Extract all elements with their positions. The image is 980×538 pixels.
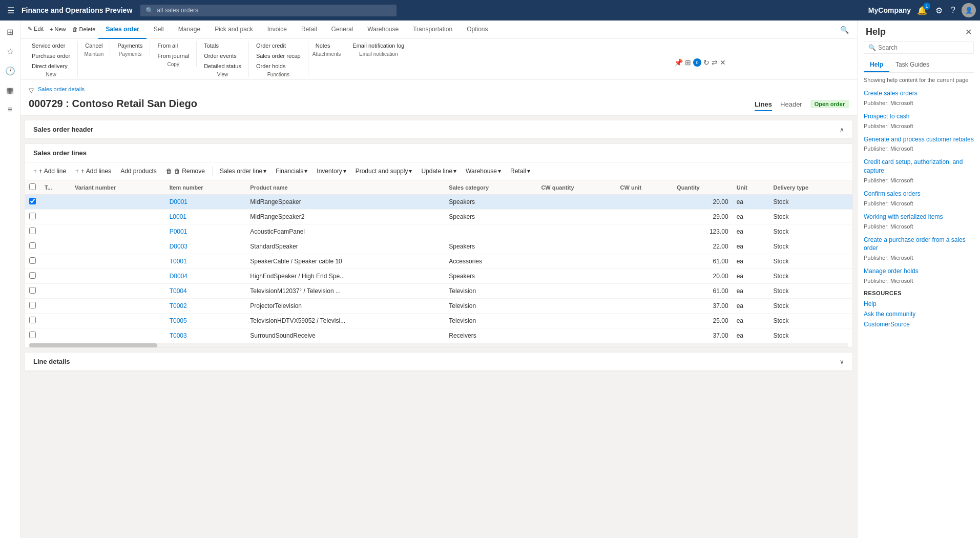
ribbon-btn-service-order[interactable]: Service order bbox=[29, 41, 73, 50]
settings-gear-icon[interactable]: ⚙ bbox=[933, 4, 945, 17]
ribbon-btn-cancel[interactable]: Cancel bbox=[82, 41, 106, 50]
ribbon-tab-delete[interactable]: 🗑 Delete bbox=[69, 20, 99, 39]
row-check-3[interactable] bbox=[25, 239, 40, 254]
ribbon-tab-sell[interactable]: Sell bbox=[147, 20, 171, 39]
remove-button[interactable]: 🗑 🗑 Remove bbox=[162, 165, 209, 177]
row-item-1[interactable]: L0001 bbox=[165, 210, 246, 224]
line-details-collapse-icon[interactable]: ∨ bbox=[840, 358, 844, 365]
row-checkbox-8[interactable] bbox=[29, 317, 36, 323]
table-row[interactable]: T0001 SpeakerCable / Speaker cable 10 Ac… bbox=[25, 254, 852, 269]
table-row[interactable]: T0005 TelevisionHDTVX59052 / Televisi...… bbox=[25, 314, 852, 328]
financials-dropdown[interactable]: Financials ▾ bbox=[272, 165, 311, 177]
row-item-8[interactable]: T0005 bbox=[165, 314, 246, 328]
row-checkbox-4[interactable] bbox=[29, 257, 36, 264]
help-article-title-7[interactable]: Manage order holds bbox=[864, 267, 919, 275]
row-check-1[interactable] bbox=[25, 210, 40, 224]
row-item-2[interactable]: P0001 bbox=[165, 224, 246, 239]
sales-order-header-toggle[interactable]: Sales order header ∧ bbox=[25, 120, 852, 139]
notification-bell-icon[interactable]: 🔔 1 bbox=[915, 4, 929, 17]
ribbon-tab-manage[interactable]: Manage bbox=[171, 20, 207, 39]
collapse-header-icon[interactable]: ∧ bbox=[840, 126, 844, 133]
add-products-button[interactable]: Add products bbox=[116, 165, 161, 177]
help-tab-help[interactable]: Help bbox=[864, 58, 889, 72]
expand-icon[interactable]: ⊞ bbox=[685, 58, 691, 67]
row-item-5[interactable]: D0004 bbox=[165, 269, 246, 284]
help-resource-0[interactable]: Help bbox=[864, 300, 974, 307]
help-resource-1[interactable]: Ask the community bbox=[864, 311, 974, 318]
ribbon-search-icon[interactable]: 🔍 bbox=[836, 24, 853, 36]
ribbon-btn-direct-delivery[interactable]: Direct delivery bbox=[29, 61, 73, 71]
ribbon-tab-warehouse[interactable]: Warehouse bbox=[360, 20, 406, 39]
table-row[interactable]: D0004 HighEndSpeaker / High End Spe... S… bbox=[25, 269, 852, 284]
help-article-title-6[interactable]: Create a purchase order from a sales ord… bbox=[864, 236, 966, 252]
product-supply-dropdown[interactable]: Product and supply ▾ bbox=[351, 165, 416, 177]
update-line-dropdown[interactable]: Update line ▾ bbox=[417, 165, 461, 177]
ribbon-tab-sales-order[interactable]: Sales order bbox=[98, 20, 146, 39]
help-article-title-1[interactable]: Prospect to cash bbox=[864, 113, 909, 120]
ribbon-tab-pick-pack[interactable]: Pick and pack bbox=[207, 20, 260, 39]
row-checkbox-7[interactable] bbox=[29, 302, 36, 308]
scroll-thumb[interactable] bbox=[29, 343, 157, 347]
row-check-0[interactable] bbox=[25, 195, 40, 210]
row-check-6[interactable] bbox=[25, 284, 40, 299]
page-tab-header[interactable]: Header bbox=[780, 100, 802, 111]
ribbon-tab-invoice[interactable]: Invoice bbox=[260, 20, 294, 39]
help-article-title-3[interactable]: Credit card setup, authorization, and ca… bbox=[864, 158, 963, 174]
retail-dropdown[interactable]: Retail ▾ bbox=[506, 165, 534, 177]
row-check-9[interactable] bbox=[25, 328, 40, 343]
help-search-box[interactable]: 🔍 bbox=[864, 42, 974, 54]
help-tab-task-guides[interactable]: Task Guides bbox=[889, 58, 935, 72]
select-all-checkbox[interactable] bbox=[29, 183, 36, 190]
table-row[interactable]: T0002 ProjectorTelevision Television 37.… bbox=[25, 299, 852, 314]
ribbon-btn-detailed-status[interactable]: Detailed status bbox=[201, 61, 244, 71]
user-avatar[interactable]: 👤 bbox=[962, 3, 976, 17]
table-row[interactable]: P0001 AcousticFoamPanel 123.00 ea Stock bbox=[25, 224, 852, 239]
pin-icon[interactable]: 📌 bbox=[674, 58, 683, 67]
page-tab-lines[interactable]: Lines bbox=[755, 100, 772, 111]
table-row[interactable]: T0003 SurroundSoundReceive Receivers 37.… bbox=[25, 328, 852, 343]
row-item-7[interactable]: T0002 bbox=[165, 299, 246, 314]
hamburger-menu-icon[interactable]: ☰ bbox=[4, 3, 17, 18]
line-details-header[interactable]: Line details ∨ bbox=[25, 353, 852, 371]
nav-home-icon[interactable]: ⊞ bbox=[1, 23, 19, 41]
nav-workspaces-icon[interactable]: ▦ bbox=[1, 81, 19, 99]
table-row[interactable]: T0004 TelevisionM12037° / Television ...… bbox=[25, 284, 852, 299]
row-item-4[interactable]: T0001 bbox=[165, 254, 246, 269]
help-article-title-4[interactable]: Confirm sales orders bbox=[864, 190, 921, 197]
page-breadcrumb[interactable]: Sales order details bbox=[38, 86, 85, 92]
close-ribbon-icon[interactable]: ✕ bbox=[720, 58, 726, 67]
help-resource-2[interactable]: CustomerSource bbox=[864, 321, 974, 328]
ribbon-tab-retail[interactable]: Retail bbox=[294, 20, 324, 39]
ribbon-btn-notes[interactable]: Notes bbox=[312, 41, 333, 50]
row-check-8[interactable] bbox=[25, 314, 40, 328]
ribbon-btn-purchase-order[interactable]: Purchase order bbox=[29, 51, 73, 60]
global-search-box[interactable]: 🔍 bbox=[140, 5, 397, 16]
sync-icon[interactable]: ⇄ bbox=[712, 58, 718, 67]
ribbon-btn-order-holds[interactable]: Order holds bbox=[253, 61, 304, 71]
row-check-7[interactable] bbox=[25, 299, 40, 314]
ribbon-btn-from-journal[interactable]: From journal bbox=[154, 51, 192, 60]
row-checkbox-9[interactable] bbox=[29, 332, 36, 338]
horizontal-scrollbar[interactable] bbox=[29, 343, 848, 347]
ribbon-tab-transportation[interactable]: Transportation bbox=[406, 20, 460, 39]
warehouse-dropdown[interactable]: Warehouse ▾ bbox=[462, 165, 505, 177]
row-item-0[interactable]: D0001 bbox=[165, 195, 246, 210]
row-check-4[interactable] bbox=[25, 254, 40, 269]
add-lines-button[interactable]: + + Add lines bbox=[71, 165, 115, 177]
table-row[interactable]: D0001 MidRangeSpeaker Speakers 20.00 ea … bbox=[25, 195, 852, 210]
ribbon-btn-email-log[interactable]: Email notification log bbox=[349, 41, 407, 50]
row-checkbox-0[interactable] bbox=[29, 198, 36, 204]
row-item-9[interactable]: T0003 bbox=[165, 328, 246, 343]
row-checkbox-2[interactable] bbox=[29, 227, 36, 234]
ribbon-btn-sales-order-recap[interactable]: Sales order recap bbox=[253, 51, 304, 60]
ribbon-tab-options[interactable]: Options bbox=[460, 20, 495, 39]
row-check-5[interactable] bbox=[25, 269, 40, 284]
nav-favorites-icon[interactable]: ☆ bbox=[1, 42, 19, 60]
row-checkbox-5[interactable] bbox=[29, 272, 36, 279]
help-article-title-5[interactable]: Working with serialized items bbox=[864, 213, 943, 220]
nav-recent-icon[interactable]: 🕐 bbox=[1, 61, 19, 80]
sales-order-lines-header[interactable]: Sales order lines bbox=[25, 144, 852, 162]
add-line-button[interactable]: + + Add line bbox=[29, 165, 70, 177]
ribbon-btn-order-credit[interactable]: Order credit bbox=[253, 41, 304, 50]
table-row[interactable]: L0001 MidRangeSpeaker2 Speakers 29.00 ea… bbox=[25, 210, 852, 224]
